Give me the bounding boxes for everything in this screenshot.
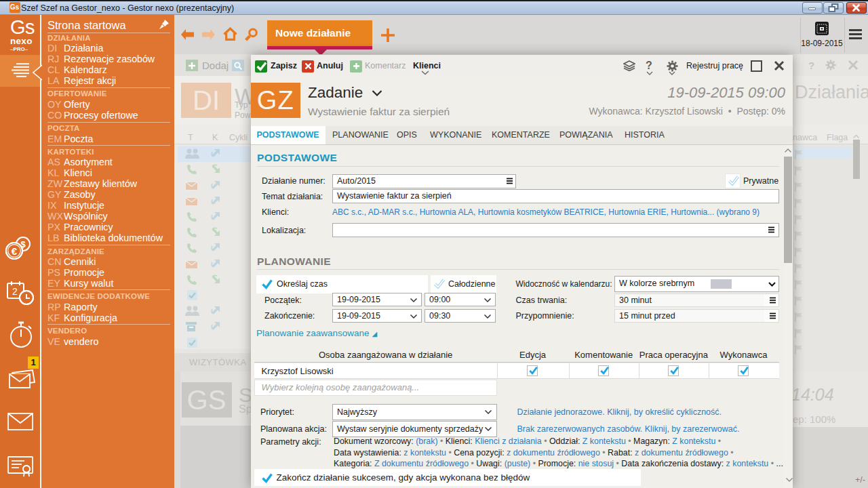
svg-text:€: € bbox=[12, 245, 18, 257]
svg-text:2: 2 bbox=[12, 286, 18, 297]
